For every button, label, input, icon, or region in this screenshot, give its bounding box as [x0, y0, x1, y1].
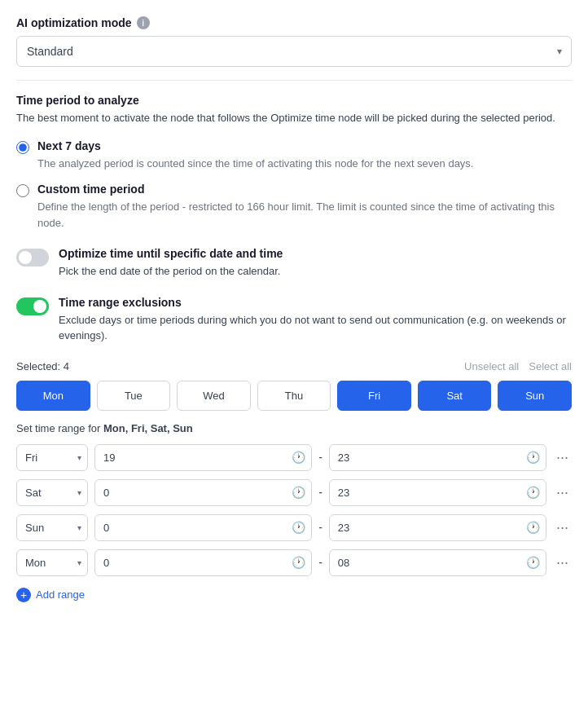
time-exclusions-slider [16, 297, 49, 315]
time-range-label: Set time range for Mon, Fri, Sat, Sun [16, 422, 572, 434]
selected-row: Selected: 4 Unselect all Select all [16, 360, 572, 372]
day-select-0[interactable]: MonTueWedThuFriSatSun [16, 444, 88, 471]
day-btn-sun[interactable]: Sun [498, 381, 572, 411]
divider-1 [16, 80, 572, 81]
day-select-wrapper-1: MonTueWedThuFriSatSun ▾ [16, 479, 88, 506]
time-from-input-3[interactable] [94, 549, 312, 576]
time-rows-container: MonTueWedThuFriSatSun ▾ 🕐 - 🕐 ··· MonTue… [16, 444, 572, 576]
time-from-wrapper-2: 🕐 [94, 514, 312, 541]
time-exclusions-toggle-row: Time range exclusions Exclude days or ti… [16, 296, 572, 344]
time-row-2: MonTueWedThuFriSatSun ▾ 🕐 - 🕐 ··· [16, 514, 572, 541]
dash-2: - [318, 521, 323, 534]
time-row-0: MonTueWedThuFriSatSun ▾ 🕐 - 🕐 ··· [16, 444, 572, 471]
add-range-button[interactable]: + Add range [16, 584, 85, 606]
optimize-time-label: Optimize time until specific date and ti… [59, 247, 283, 260]
time-exclusions-label: Time range exclusions [59, 296, 572, 309]
day-btn-mon[interactable]: Mon [16, 381, 90, 411]
time-range-label-text: Set time range for [16, 422, 100, 434]
day-select-wrapper-3: MonTueWedThuFriSatSun ▾ [16, 549, 88, 576]
time-from-wrapper-0: 🕐 [94, 444, 312, 471]
day-select-1[interactable]: MonTueWedThuFriSatSun [16, 479, 88, 506]
more-btn-3[interactable]: ··· [553, 554, 572, 571]
optimize-time-slider [16, 249, 49, 267]
time-to-input-1[interactable] [329, 479, 546, 506]
time-row-3: MonTueWedThuFriSatSun ▾ 🕐 - 🕐 ··· [16, 549, 572, 576]
day-select-wrapper-0: MonTueWedThuFriSatSun ▾ [16, 444, 88, 471]
day-buttons: Mon Tue Wed Thu Fri Sat Sun [16, 381, 572, 411]
optimize-time-toggle[interactable] [16, 249, 49, 267]
radio-next7days[interactable] [16, 141, 29, 154]
ai-mode-select[interactable]: Standard Advanced None [16, 36, 572, 67]
ai-mode-info-icon[interactable]: i [137, 16, 150, 29]
time-exclusions-desc: Exclude days or time periods during whic… [59, 312, 572, 344]
selected-label: Selected: [16, 360, 60, 372]
radio-next7days-desc: The analyzed period is counted since the… [37, 156, 473, 172]
time-to-wrapper-2: 🕐 [329, 514, 546, 541]
time-period-title: Time period to analyze [16, 94, 572, 107]
radio-option-custom: Custom time period Define the length of … [16, 183, 572, 231]
unselect-all-link[interactable]: Unselect all [464, 360, 519, 372]
radio-group-time-period: Next 7 days The analyzed period is count… [16, 139, 572, 231]
time-period-section: Time period to analyze The best moment t… [16, 94, 572, 231]
ai-mode-label: AI optimization mode [16, 16, 132, 29]
select-all-link[interactable]: Select all [529, 360, 572, 372]
time-from-input-1[interactable] [94, 479, 312, 506]
ai-mode-select-wrapper: Standard Advanced None ▾ [16, 36, 572, 67]
day-btn-sat[interactable]: Sat [418, 381, 492, 411]
selected-count-value: 4 [64, 360, 69, 372]
time-to-wrapper-0: 🕐 [329, 444, 546, 471]
day-btn-wed[interactable]: Wed [177, 381, 251, 411]
time-period-description: The best moment to activate the node tha… [16, 110, 572, 126]
time-to-input-3[interactable] [329, 549, 546, 576]
time-from-wrapper-1: 🕐 [94, 479, 312, 506]
more-btn-1[interactable]: ··· [553, 484, 572, 501]
time-to-input-0[interactable] [329, 444, 546, 471]
radio-custom-content: Custom time period Define the length of … [37, 183, 572, 231]
radio-custom[interactable] [16, 184, 29, 197]
add-range-icon: + [16, 588, 31, 602]
time-from-wrapper-3: 🕐 [94, 549, 312, 576]
radio-custom-desc: Define the length of the period - restri… [37, 199, 572, 231]
optimize-time-toggle-row: Optimize time until specific date and ti… [16, 247, 572, 280]
time-to-input-2[interactable] [329, 514, 546, 541]
time-exclusions-content: Time range exclusions Exclude days or ti… [59, 296, 572, 344]
dash-3: - [318, 556, 323, 569]
more-btn-0[interactable]: ··· [553, 449, 572, 466]
time-from-input-0[interactable] [94, 444, 312, 471]
day-select-3[interactable]: MonTueWedThuFriSatSun [16, 549, 88, 576]
time-from-input-2[interactable] [94, 514, 312, 541]
dash-1: - [318, 486, 323, 499]
radio-next7days-label: Next 7 days [37, 139, 473, 152]
radio-custom-label: Custom time period [37, 183, 572, 196]
optimize-time-content: Optimize time until specific date and ti… [59, 247, 283, 280]
day-btn-tue[interactable]: Tue [97, 381, 171, 411]
time-exclusions-toggle[interactable] [16, 297, 49, 315]
time-to-wrapper-1: 🕐 [329, 479, 546, 506]
day-select-wrapper-2: MonTueWedThuFriSatSun ▾ [16, 514, 88, 541]
selected-count-label: Selected: 4 [16, 360, 69, 372]
time-to-wrapper-3: 🕐 [329, 549, 546, 576]
time-row-1: MonTueWedThuFriSatSun ▾ 🕐 - 🕐 ··· [16, 479, 572, 506]
ai-optimization-section: AI optimization mode i Standard Advanced… [16, 16, 572, 67]
add-range-label: Add range [36, 588, 85, 601]
dash-0: - [318, 451, 323, 464]
time-range-days: Mon, Fri, Sat, Sun [103, 422, 193, 434]
select-links: Unselect all Select all [464, 360, 572, 372]
day-btn-fri[interactable]: Fri [337, 381, 411, 411]
day-select-2[interactable]: MonTueWedThuFriSatSun [16, 514, 88, 541]
radio-next7days-content: Next 7 days The analyzed period is count… [37, 139, 473, 172]
optimize-time-desc: Pick the end date of the period on the c… [59, 263, 283, 280]
day-btn-thu[interactable]: Thu [257, 381, 331, 411]
radio-option-next7days: Next 7 days The analyzed period is count… [16, 139, 572, 172]
more-btn-2[interactable]: ··· [553, 519, 572, 536]
